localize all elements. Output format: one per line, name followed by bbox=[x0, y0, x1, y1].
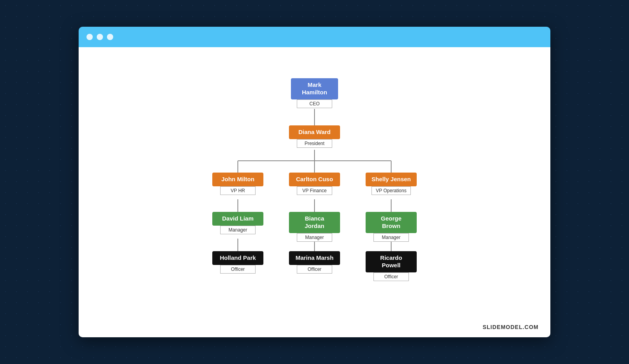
off1-node: Holland Park Officer bbox=[212, 251, 263, 274]
vp2-title: VP Finance bbox=[297, 186, 332, 195]
dot-3 bbox=[107, 34, 113, 40]
mgr2-node: Bianca Jordan Manager bbox=[289, 212, 340, 242]
mgr1-title: Manager bbox=[220, 226, 256, 234]
mgr3-name: George Brown bbox=[366, 212, 417, 233]
org-chart: Mark Hamilton CEO Diana Ward President J… bbox=[165, 78, 464, 306]
vp2-node: Carlton Cuso VP Finance bbox=[289, 173, 340, 195]
mgr3-title: Manager bbox=[373, 233, 409, 242]
off1-title: Officer bbox=[220, 265, 256, 274]
mgr3-node: George Brown Manager bbox=[366, 212, 417, 242]
vp2-name: Carlton Cuso bbox=[289, 173, 340, 186]
app-window: Mark Hamilton CEO Diana Ward President J… bbox=[79, 27, 550, 337]
dot-1 bbox=[86, 34, 93, 40]
off1-name: Holland Park bbox=[212, 251, 263, 265]
ceo-title: CEO bbox=[297, 99, 332, 108]
off2-title: Officer bbox=[297, 265, 332, 274]
off3-name: Ricardo Powell bbox=[366, 251, 417, 272]
mgr2-name: Bianca Jordan bbox=[289, 212, 340, 233]
ceo-node: Mark Hamilton CEO bbox=[291, 78, 338, 108]
vp1-name: John Milton bbox=[212, 173, 263, 186]
vp3-name: Shelly Jensen bbox=[366, 173, 417, 186]
president-title: President bbox=[297, 139, 332, 148]
off2-node: Marina Marsh Officer bbox=[289, 251, 340, 274]
window-content: Mark Hamilton CEO Diana Ward President J… bbox=[79, 47, 550, 337]
vp1-node: John Milton VP HR bbox=[212, 173, 263, 195]
president-name: Diana Ward bbox=[289, 125, 340, 139]
mgr2-title: Manager bbox=[297, 233, 332, 242]
dot-2 bbox=[97, 34, 103, 40]
off3-node: Ricardo Powell Officer bbox=[366, 251, 417, 281]
vp3-node: Shelly Jensen VP Operations bbox=[366, 173, 417, 195]
mgr1-name: David Liam bbox=[212, 212, 263, 226]
vp3-title: VP Operations bbox=[372, 186, 411, 195]
titlebar bbox=[79, 27, 550, 47]
off3-title: Officer bbox=[373, 272, 409, 281]
ceo-name: Mark Hamilton bbox=[291, 78, 338, 99]
off2-name: Marina Marsh bbox=[289, 251, 340, 265]
mgr1-node: David Liam Manager bbox=[212, 212, 263, 234]
president-node: Diana Ward President bbox=[289, 125, 340, 148]
watermark: SLIDEMODEL.COM bbox=[483, 324, 539, 330]
vp1-title: VP HR bbox=[220, 186, 256, 195]
